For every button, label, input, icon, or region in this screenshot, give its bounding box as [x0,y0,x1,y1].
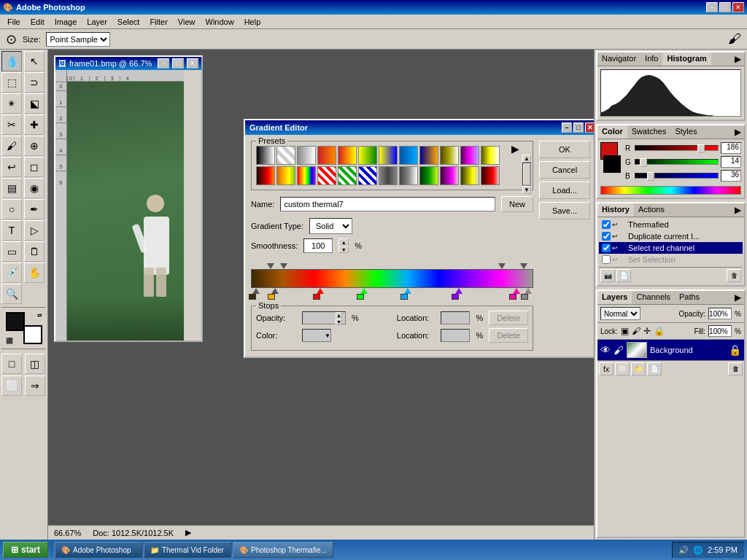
preset-22[interactable] [440,166,459,185]
color-stop-4[interactable] [360,288,368,300]
delete-button-1[interactable]: Delete [489,311,528,325]
tool-marquee[interactable]: ⬚ [1,72,22,93]
layer-link-icon[interactable]: 🖌 [614,344,624,356]
r-slider-thumb[interactable] [697,144,705,153]
tab-channels[interactable]: Channels [632,291,674,304]
lock-image-icon[interactable]: 🖌 [632,326,640,336]
r-slider-track[interactable] [635,145,719,151]
layer-delete-button[interactable]: 🗑 [728,362,743,376]
start-button[interactable]: ⊞ start [3,542,48,558]
history-checkbox-3[interactable] [602,244,611,252]
canvas-minimize[interactable]: − [158,58,169,69]
tool-eyedropper[interactable]: 💧 [1,51,22,71]
tab-navigator[interactable]: Navigator [597,52,640,66]
preset-10[interactable] [440,146,459,165]
tool-jump-to-imageready[interactable]: ⇒ [25,376,45,396]
preset-3[interactable] [297,146,316,165]
tool-hand[interactable]: ✋ [24,262,44,283]
opacity-input[interactable] [303,312,333,324]
preset-8[interactable] [399,146,418,165]
tool-zoom[interactable]: 🔍 [1,284,22,304]
name-input[interactable] [280,197,495,211]
top-panel-options-icon[interactable]: ▶ [732,52,744,66]
smoothness-input[interactable] [303,238,333,253]
color-stop-8[interactable] [525,288,532,300]
opacity-stop-2[interactable] [280,263,287,269]
history-checkbox-1[interactable] [602,220,611,229]
tool-dodge[interactable]: ○ [1,199,22,219]
tool-screen-mode[interactable]: ⬜ [1,376,22,396]
preset-21[interactable] [419,166,438,185]
canvas-close[interactable]: ✕ [187,58,198,69]
history-new-document-button[interactable]: 📄 [616,269,631,282]
preset-9[interactable] [419,146,438,165]
menu-select[interactable]: Select [113,16,144,28]
g-slider-track[interactable] [635,159,719,165]
preset-2[interactable] [276,146,295,165]
scroll-thumb[interactable] [523,163,530,185]
scroll-down-button[interactable]: ▼ [522,186,531,194]
ok-button[interactable]: OK [539,141,590,158]
history-item-duplicate[interactable]: ↩ Duplicate current l... [599,230,743,242]
tool-stamp[interactable]: ⊕ [24,136,44,156]
taskbar-photoshop-2[interactable]: 🎨 Photoshop Thermafie... [233,542,333,558]
size-select[interactable]: Point Sample [46,32,110,47]
b-slider-track[interactable] [635,173,719,179]
tab-swatches[interactable]: Swatches [627,125,671,139]
tool-move[interactable]: ↖ [24,51,44,71]
color-swatch-input[interactable] [304,330,323,341]
tool-crop[interactable]: ⬕ [24,93,44,114]
load-button[interactable]: Load... [539,182,590,199]
lock-all-icon[interactable]: 🔒 [654,326,665,336]
history-panel-options-icon[interactable]: ▶ [732,203,744,217]
dialog-minimize[interactable]: − [562,122,572,133]
menu-filter[interactable]: Filter [145,16,171,28]
opacity-stop-1[interactable] [267,263,274,269]
preset-6[interactable] [358,146,377,165]
layer-mask-button[interactable]: ⬜ [615,362,630,376]
tool-brush[interactable]: 🖌 [1,136,22,156]
preset-12[interactable] [481,146,500,165]
tool-shape[interactable]: ▭ [1,241,22,262]
background-color[interactable] [23,325,42,344]
preset-17[interactable] [338,166,357,185]
r-value[interactable]: 186 [721,142,741,154]
location-input-1[interactable] [441,311,470,324]
tab-styles[interactable]: Styles [670,125,701,139]
opacity-stop-3[interactable] [520,263,527,269]
tab-info[interactable]: Info [640,52,662,66]
color-stop-7[interactable] [513,288,520,300]
blend-mode-select[interactable]: Normal [600,307,640,320]
color-dropdown-arrow[interactable]: ▼ [325,332,330,339]
color-stop-3[interactable] [317,288,324,300]
b-slider-thumb[interactable] [647,172,654,181]
preset-7[interactable] [379,146,398,165]
smoothness-up[interactable]: ▲ [338,238,349,246]
menu-file[interactable]: File [3,16,25,28]
preset-24[interactable] [481,166,500,185]
preset-4[interactable] [317,146,336,165]
minimize-button[interactable]: − [706,2,718,12]
location-input-2[interactable] [441,329,470,342]
tool-blur[interactable]: ◉ [24,178,44,198]
preset-14[interactable] [276,166,295,185]
history-item-set-selection[interactable]: ↩ Set Selection [599,254,743,265]
menu-layer[interactable]: Layer [82,16,112,28]
maximize-button[interactable]: □ [719,2,731,12]
tool-pen[interactable]: ✒ [24,199,44,219]
dialog-maximize[interactable]: □ [573,122,584,133]
preset-20[interactable] [399,166,418,185]
dialog-close[interactable]: ✕ [585,122,594,133]
bg-color-swatch[interactable] [603,155,621,173]
tool-notes[interactable]: 🗒 [24,241,44,262]
opacity-up[interactable]: ▲ [336,312,342,319]
tool-type[interactable]: T [1,220,22,241]
history-delete-button[interactable]: 🗑 [727,269,741,282]
preset-19[interactable] [379,166,398,185]
save-button[interactable]: Save... [539,202,590,219]
tool-lasso[interactable]: ⊃ [24,72,44,93]
tool-eraser[interactable]: ◻ [24,157,44,177]
history-new-snapshot-button[interactable]: 📷 [600,269,615,282]
tab-paths[interactable]: Paths [675,291,704,304]
opacity-input-layers[interactable] [708,308,732,319]
